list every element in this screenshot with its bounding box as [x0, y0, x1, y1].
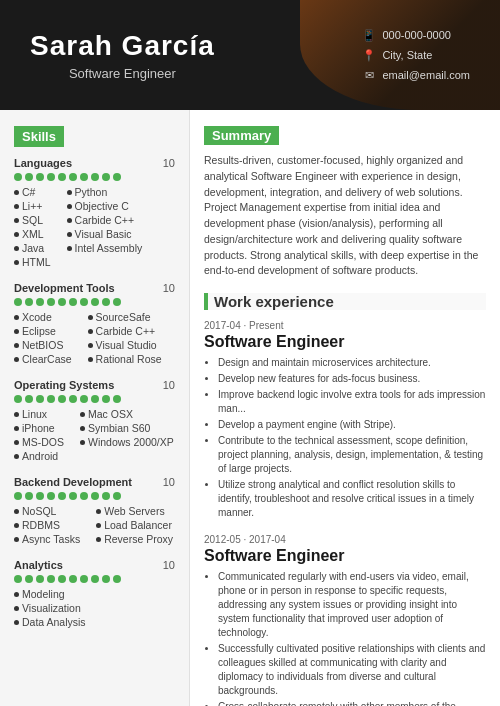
bullet — [14, 509, 19, 514]
skill-item: Android — [14, 450, 64, 462]
bullet — [14, 218, 19, 223]
dot — [80, 575, 88, 583]
bullet — [96, 509, 101, 514]
location-icon: 📍 — [362, 48, 376, 62]
bullet — [14, 620, 19, 625]
languages-count: 10 — [163, 157, 175, 169]
dot — [58, 298, 66, 306]
os-list: Linux iPhone MS-DOS Android Mac OSX Symb… — [14, 408, 175, 462]
skill-item: Python — [67, 186, 143, 198]
analytics-header: Analytics 10 — [14, 559, 175, 571]
dot — [14, 298, 22, 306]
dot — [25, 173, 33, 181]
skill-item: Rational Rose — [88, 353, 162, 365]
backend-col2: Web Servers Load Balancer Reverse Proxy — [96, 505, 173, 545]
skill-item: Data Analysis — [14, 616, 86, 628]
dot — [69, 492, 77, 500]
os-category: Operating Systems 10 Linux iPhone MS-DOS… — [14, 379, 175, 462]
skill-item: Async Tasks — [14, 533, 80, 545]
backend-category: Backend Development 10 NoSQL RDBMS Async… — [14, 476, 175, 545]
header-left: Sarah García Software Engineer — [30, 30, 215, 81]
location-contact: 📍 City, State — [362, 48, 470, 62]
analytics-count: 10 — [163, 559, 175, 571]
dot — [91, 173, 99, 181]
dot — [47, 173, 55, 181]
dev-tools-header: Development Tools 10 — [14, 282, 175, 294]
bullet — [14, 232, 19, 237]
dot — [47, 575, 55, 583]
skill-item: Windows 2000/XP — [80, 436, 174, 448]
dev-tools-label: Development Tools — [14, 282, 115, 294]
dot — [47, 395, 55, 403]
skill-item: XML — [14, 228, 51, 240]
dot — [113, 492, 121, 500]
dot — [36, 575, 44, 583]
dot — [80, 395, 88, 403]
work-bullet: Communicated regularly with end-users vi… — [218, 570, 486, 640]
skill-item: Web Servers — [96, 505, 173, 517]
os-dots — [14, 395, 175, 403]
right-content: Summary Results-driven, customer-focused… — [190, 110, 500, 706]
bullet — [88, 315, 93, 320]
skill-item: Visual Basic — [67, 228, 143, 240]
skills-sidebar: Skills Languages 10 C# Li++ SQL XML Java… — [0, 110, 190, 706]
bullet — [14, 440, 19, 445]
work-date-2: 2012-05 · 2017-04 — [204, 534, 486, 545]
email-contact: ✉ email@email.com — [362, 68, 470, 82]
dot — [91, 575, 99, 583]
skill-item: Intel Assembly — [67, 242, 143, 254]
skill-item: Carbide C++ — [88, 325, 162, 337]
dev-tools-dots — [14, 298, 175, 306]
dot — [102, 298, 110, 306]
bullet — [14, 523, 19, 528]
bullet — [96, 523, 101, 528]
work-bullets-2: Communicated regularly with end-users vi… — [204, 570, 486, 706]
dev-tools-col2: SourceSafe Carbide C++ Visual Studio Rat… — [88, 311, 162, 365]
work-title-1: Software Engineer — [204, 333, 486, 351]
bullet — [14, 537, 19, 542]
dot — [14, 492, 22, 500]
work-bullet: Contribute to the technical assessment, … — [218, 434, 486, 476]
bullet — [14, 606, 19, 611]
os-count: 10 — [163, 379, 175, 391]
skill-item: SourceSafe — [88, 311, 162, 323]
email-text: email@email.com — [382, 69, 470, 81]
skill-item: Visual Studio — [88, 339, 162, 351]
dot — [69, 298, 77, 306]
skill-item: Li++ — [14, 200, 51, 212]
bullet — [80, 440, 85, 445]
dot — [80, 173, 88, 181]
work-bullets-1: Design and maintain microservices archit… — [204, 356, 486, 520]
work-bullet: Improve backend logic involve extra tool… — [218, 388, 486, 416]
dot — [69, 575, 77, 583]
languages-list: C# Li++ SQL XML Java HTML Python Objecti… — [14, 186, 175, 268]
analytics-dots — [14, 575, 175, 583]
skill-item: NoSQL — [14, 505, 80, 517]
dot — [80, 492, 88, 500]
dot — [25, 575, 33, 583]
work-bullet: Utilize strong analytical and conflict r… — [218, 478, 486, 520]
dot — [91, 395, 99, 403]
dot — [113, 395, 121, 403]
bullet — [14, 343, 19, 348]
bullet — [67, 246, 72, 251]
bullet — [14, 454, 19, 459]
dot — [102, 492, 110, 500]
bullet — [14, 315, 19, 320]
os-col1: Linux iPhone MS-DOS Android — [14, 408, 64, 462]
dot — [113, 575, 121, 583]
backend-label: Backend Development — [14, 476, 132, 488]
dot — [25, 492, 33, 500]
dot — [102, 575, 110, 583]
work-entry-2: 2012-05 · 2017-04 Software Engineer Comm… — [204, 534, 486, 706]
bullet — [14, 246, 19, 251]
skill-item: SQL — [14, 214, 51, 226]
dot — [47, 298, 55, 306]
main-content: Skills Languages 10 C# Li++ SQL XML Java… — [0, 110, 500, 706]
analytics-category: Analytics 10 Modeling Visualization Data… — [14, 559, 175, 628]
skill-item: Eclipse — [14, 325, 72, 337]
work-experience-header: Work experience — [204, 293, 486, 310]
dot — [36, 395, 44, 403]
os-label: Operating Systems — [14, 379, 114, 391]
skill-item: HTML — [14, 256, 51, 268]
